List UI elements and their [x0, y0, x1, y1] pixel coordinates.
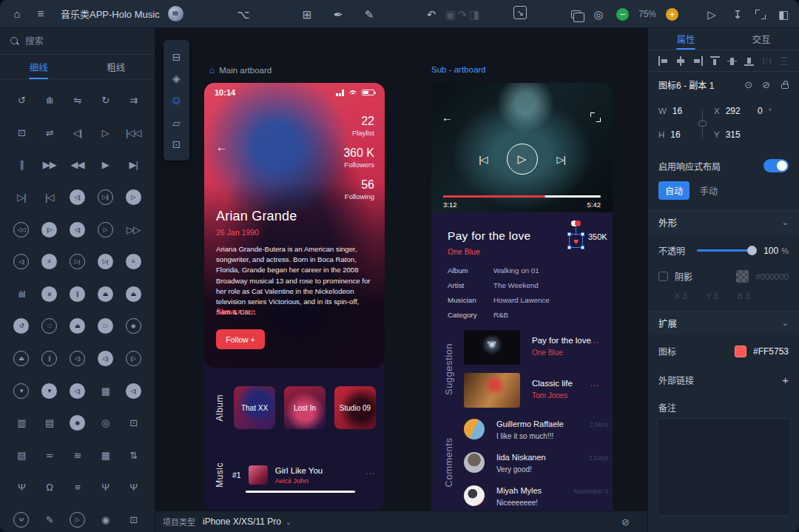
volume-back-filled-icon[interactable]: ◁) [98, 351, 113, 366]
shuffle-cross-icon[interactable]: ⇌ [46, 127, 53, 138]
headset-icon[interactable]: Ω [46, 482, 53, 493]
eject-circle-outline-icon[interactable]: ⏏ [13, 351, 29, 366]
eject-circle-filled-3-icon[interactable]: ⏏ [70, 318, 85, 334]
sub-artboard[interactable]: ← |◁ ▷ ▷| 3:12 5:42 Pay for the love One… [431, 83, 613, 511]
repeat-one-icon[interactable]: ↺ [18, 95, 25, 106]
broadcast-icon[interactable]: ≋ [74, 450, 81, 461]
back-circle-filled-icon[interactable]: ◁| [70, 222, 85, 238]
library-tab[interactable]: 粗线 [78, 55, 155, 79]
track-progress[interactable] [246, 491, 355, 493]
prev-circle-outline-icon[interactable]: ◁| [13, 254, 29, 269]
pause-circle-outline-icon[interactable]: ∥ [41, 351, 57, 366]
rewind-start-icon[interactable]: |◁◁ [126, 127, 141, 138]
height-field[interactable]: H 16 [658, 129, 681, 140]
eject-down-circle-icon[interactable]: ▼ [13, 383, 29, 399]
add-frame-icon[interactable]: ⊞ [299, 6, 315, 22]
focus-target-icon[interactable]: ◎ [590, 6, 607, 22]
mic-outline-icon[interactable]: Ψ [129, 482, 137, 493]
width-field[interactable]: W 16 [658, 106, 682, 116]
sliders-vertical-icon[interactable]: ⇅ [129, 450, 137, 461]
suggestion-more-icon[interactable]: ⋯ [590, 380, 599, 391]
sticker-smiley-icon[interactable]: ☺ [170, 94, 182, 107]
home-icon[interactable]: ⌂ [9, 6, 25, 22]
rotation-field[interactable]: 0 ° [758, 106, 772, 116]
zoom-in-button[interactable]: + [666, 8, 678, 21]
loop-icon[interactable]: ↻ [101, 95, 109, 106]
mic-muted-icon[interactable]: Ψ [18, 482, 25, 493]
show-more-link[interactable]: Show more [216, 307, 255, 316]
eject-down-filled-icon[interactable]: ▼ [41, 383, 57, 399]
icon-color-swatch[interactable] [735, 346, 746, 357]
video-progress-bar[interactable] [443, 195, 601, 198]
design-canvas[interactable]: ⌂ Main artboard 10:14 ← [155, 28, 647, 511]
undo-icon[interactable]: ↶ [423, 6, 439, 22]
component-box-icon[interactable]: ◈ [172, 73, 181, 84]
chevron-down-icon[interactable]: ⌄ [782, 318, 789, 328]
shadow-color-swatch[interactable] [736, 270, 749, 283]
layers-icon[interactable]: ▱ [172, 117, 181, 129]
menu-circle-filled-icon[interactable]: ≡ [41, 254, 57, 269]
disable-overlay-icon[interactable]: ⊘ [621, 516, 630, 528]
skip-end-outline-icon[interactable]: ▷| [17, 192, 25, 203]
scale-tool-icon[interactable]: ↘ [513, 6, 527, 19]
record-circle-filled-icon[interactable]: ↺ [13, 318, 29, 334]
mixer-vertical-icon[interactable]: ▦ [101, 450, 109, 461]
album-cover[interactable]: That XX [234, 386, 275, 429]
suggestion-more-icon[interactable]: ⋯ [590, 337, 599, 348]
film-strip-icon[interactable]: ▥ [17, 417, 25, 428]
lock-icon[interactable] [781, 84, 789, 89]
align-center-horizontal-icon[interactable] [675, 56, 685, 66]
manual-mode-button[interactable]: 手动 [695, 181, 722, 200]
video-browser-icon[interactable]: ⊡ [129, 417, 137, 428]
clapperboard-icon[interactable]: ▤ [45, 417, 53, 428]
distribute-vertical-icon[interactable] [779, 56, 789, 66]
constrain-proportions-icon[interactable] [698, 121, 707, 127]
pen-icon[interactable]: ✒ [330, 6, 346, 22]
play-circle-filled-icon[interactable]: ▷ [126, 189, 141, 205]
search-input[interactable] [25, 36, 144, 47]
volume-back-circle-icon[interactable]: ◁) [70, 351, 85, 366]
main-artboard-label[interactable]: ⌂ Main artboard [209, 65, 272, 75]
mic-filled-icon[interactable]: Ψ [101, 482, 109, 493]
device-selector[interactable]: iPhone X/XS/11 Pro [203, 516, 281, 527]
align-bottom-icon[interactable] [744, 56, 754, 66]
video-back-icon[interactable]: ← [442, 111, 453, 124]
suggestion-item[interactable]: Pay for the love One Blue ⋯ [464, 330, 604, 367]
back-arrow-icon[interactable]: ← [216, 141, 227, 153]
volume-circle-filled-icon[interactable]: ılı [41, 286, 57, 302]
mic-circle-icon[interactable]: Ψ [13, 512, 29, 528]
video-fullscreen-icon[interactable] [590, 112, 601, 122]
back-filled-2-icon[interactable]: ◁| [126, 383, 141, 399]
library-tab[interactable]: 细线 [0, 55, 78, 79]
video-play-button[interactable]: ▷ [507, 144, 538, 175]
fast-forward-end-icon[interactable]: ▶▶ [43, 159, 56, 170]
auto-mode-button[interactable]: 自动 [658, 181, 690, 200]
play-circle-outline-icon[interactable]: ▷ [98, 222, 113, 238]
align-right-icon[interactable] [693, 56, 703, 66]
skip-back-circle-filled-icon[interactable]: ◁| [70, 189, 85, 205]
video-next-icon[interactable]: ▷| [557, 154, 565, 165]
repeat-box-icon[interactable]: ⊡ [18, 127, 25, 138]
prototype-link-icon[interactable]: ⌥ [235, 6, 252, 22]
responsive-toggle[interactable] [763, 159, 789, 172]
record-circle-outline-icon[interactable]: ◉ [126, 318, 141, 334]
add-link-icon[interactable]: + [782, 374, 789, 386]
opacity-slider[interactable] [697, 249, 756, 252]
follow-button[interactable]: Follow + [216, 329, 265, 349]
play-outline-icon[interactable]: ▷ [102, 127, 109, 138]
fast-forward-outline-icon[interactable]: ▷▷ [127, 224, 140, 235]
rewind-icon[interactable]: ◀◀ [70, 159, 84, 170]
pause-circle-filled-icon[interactable]: ∥ [70, 286, 85, 302]
preview-play-icon[interactable]: ▷ [704, 6, 720, 22]
toggle-panel-icon[interactable]: ◧ [775, 6, 792, 22]
forward-circle-filled-icon[interactable]: |▷ [41, 222, 57, 238]
mask-icon[interactable]: ▣ [442, 6, 459, 22]
heart-icon[interactable]: ♥ [569, 234, 583, 248]
shadow-checkbox[interactable] [658, 272, 668, 281]
album-cover[interactable]: Lost In [284, 386, 326, 429]
equalizer-icon[interactable]: ıllı [46, 95, 53, 106]
pencil-icon[interactable]: ✎ [361, 6, 377, 22]
visibility-eye-icon[interactable]: ⊙ [744, 79, 752, 90]
hide-slash-icon[interactable]: ⊘ [762, 79, 770, 90]
avatar[interactable] [168, 6, 183, 21]
